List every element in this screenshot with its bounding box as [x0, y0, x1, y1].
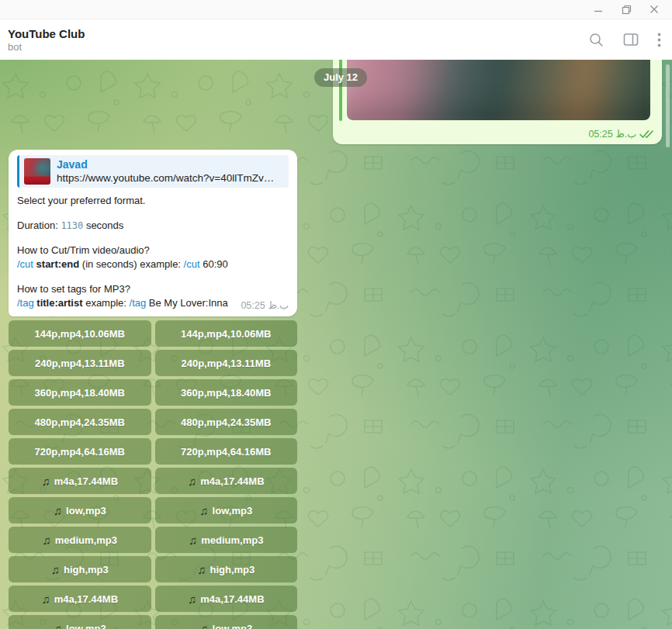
keyboard-button[interactable]: ♫medium,mp3: [155, 527, 298, 553]
keyboard-button-label: 360p,mp4,18.40MB: [181, 387, 271, 399]
keyboard-button[interactable]: 144p,mp4,10.06MB: [155, 320, 298, 347]
close-button[interactable]: [646, 2, 663, 16]
cut-command-link[interactable]: /cut: [17, 258, 33, 270]
keyboard-button[interactable]: 480p,mp4,24.35MB: [9, 409, 151, 435]
music-note-icon: ♫: [199, 623, 208, 629]
keyboard-button-label: 144p,mp4,10.06MB: [181, 328, 271, 340]
music-note-icon: ♫: [189, 534, 197, 546]
keyboard-button-label: medium,mp3: [55, 534, 117, 546]
chat-header[interactable]: YouTube Club bot: [0, 19, 672, 60]
date-badge[interactable]: July 12: [314, 68, 367, 87]
restore-icon: [622, 5, 632, 15]
restore-button[interactable]: [618, 2, 635, 16]
tag-command-link[interactable]: /tag: [130, 297, 147, 309]
keyboard-button[interactable]: ♫medium,mp3: [9, 527, 151, 553]
music-note-icon: ♫: [54, 505, 62, 517]
cut-question: How to Cut/Trim video/audio?: [17, 244, 150, 256]
quote-texts: Javad https://www.youtube.com/watch?v=40…: [57, 157, 289, 185]
sidebar-toggle-icon[interactable]: [623, 33, 639, 47]
close-icon: [649, 5, 659, 14]
scrollbar-thumb[interactable]: [666, 64, 670, 147]
tag-bold: title:artist: [34, 297, 85, 309]
peer-status: bot: [8, 41, 85, 54]
keyboard-button[interactable]: 144p,mp4,10.06MB: [9, 320, 151, 347]
quote-url[interactable]: https://www.youtube.com/watch?v=40llTmZv…: [57, 171, 282, 185]
body-line: How to Cut/Trim video/audio? /cut start:…: [17, 244, 289, 271]
keyboard-button[interactable]: ♫high,mp3: [9, 556, 151, 582]
keyboard-button[interactable]: 480p,mp4,24.35MB: [155, 409, 298, 435]
double-check-icon: [639, 130, 654, 139]
quote-author[interactable]: Javad: [57, 157, 282, 171]
keyboard-button[interactable]: ♫low,mp3: [9, 615, 151, 629]
duration-suffix: seconds: [83, 219, 123, 231]
music-note-icon: ♫: [41, 475, 50, 487]
keyboard-button-label: high,mp3: [64, 564, 109, 575]
keyboard-button[interactable]: ♫high,mp3: [155, 556, 298, 582]
message-meta: 05:25 ب.ظ: [588, 128, 654, 140]
keyboard-button[interactable]: ♫low,mp3: [9, 497, 151, 524]
keyboard-button-label: low,mp3: [213, 505, 253, 517]
keyboard-button-label: m4a,17.44MB: [54, 475, 118, 487]
keyboard-button-label: 144p,mp4,10.06MB: [35, 328, 125, 340]
keyboard-button-label: 480p,mp4,24.35MB: [35, 416, 125, 428]
keyboard-button[interactable]: ♫low,mp3: [155, 497, 298, 524]
keyboard-button[interactable]: ♫m4a,17.44MB: [9, 468, 151, 494]
minimize-button[interactable]: [590, 2, 607, 16]
keyboard-button-label: 720p,mp4,64.16MB: [35, 446, 125, 458]
keyboard-button[interactable]: 720p,mp4,64.16MB: [9, 438, 151, 465]
music-note-icon: ♫: [43, 534, 51, 546]
link-preview-image[interactable]: [347, 60, 650, 120]
music-note-icon: ♫: [197, 564, 206, 575]
cut-text: (in seconds) example:: [82, 258, 184, 270]
music-note-icon: ♫: [199, 505, 208, 517]
message-time: 05:25 ب.ظ: [588, 128, 636, 140]
header-actions: [588, 32, 661, 48]
keyboard-button-label: low,mp3: [213, 623, 253, 629]
cut-bold: start:end: [33, 258, 82, 270]
keyboard-button-label: 360p,mp4,18.40MB: [35, 387, 125, 399]
quote-bar: [17, 155, 19, 188]
music-note-icon: ♫: [188, 593, 196, 605]
keyboard-button[interactable]: 360p,mp4,18.40MB: [155, 379, 298, 406]
bot-message: Javad https://www.youtube.com/watch?v=40…: [9, 150, 297, 316]
keyboard-button-label: m4a,17.44MB: [200, 475, 264, 487]
keyboard-button[interactable]: ♫low,mp3: [155, 615, 298, 629]
inline-keyboard: 144p,mp4,10.06MB144p,mp4,10.06MB240p,mp4…: [9, 320, 297, 629]
music-note-icon: ♫: [188, 475, 196, 487]
body-line: Select your preferred format.: [17, 194, 289, 208]
peer-info[interactable]: YouTube Club bot: [8, 26, 85, 54]
keyboard-button[interactable]: 240p,mp4,13.11MB: [155, 350, 298, 376]
keyboard-button[interactable]: 240p,mp4,13.11MB: [9, 350, 151, 376]
outgoing-message: 05:25 ب.ظ: [333, 60, 662, 144]
keyboard-button[interactable]: ♫m4a,17.44MB: [155, 468, 298, 494]
keyboard-button[interactable]: 720p,mp4,64.16MB: [155, 438, 298, 465]
music-note-icon: ♫: [54, 623, 62, 629]
keyboard-button-label: 480p,mp4,24.35MB: [181, 416, 271, 428]
window-controls: [590, 2, 672, 16]
page-title: YouTube Club: [8, 26, 85, 41]
telegram-window: YouTube Club bot: [0, 0, 672, 629]
tag-text: example:: [85, 297, 129, 309]
reply-quote[interactable]: Javad https://www.youtube.com/watch?v=40…: [17, 155, 289, 188]
keyboard-button-label: 720p,mp4,64.16MB: [181, 446, 271, 458]
quote-thumbnail: [24, 158, 50, 185]
keyboard-button-label: low,mp3: [66, 505, 106, 517]
body-line: Duration: 1130 seconds: [17, 219, 289, 233]
keyboard-button[interactable]: ♫m4a,17.44MB: [9, 586, 151, 612]
duration-value: 1130: [61, 220, 83, 231]
cut-tail: 60:90: [200, 258, 228, 270]
search-icon[interactable]: [588, 32, 604, 48]
message-body: Select your preferred format. Duration: …: [17, 194, 289, 310]
menu-kebab-icon[interactable]: [657, 33, 661, 47]
keyboard-button[interactable]: ♫m4a,17.44MB: [155, 586, 298, 612]
music-note-icon: ♫: [41, 593, 50, 605]
tag-question: How to set tags for MP3?: [17, 283, 130, 295]
keyboard-button[interactable]: 360p,mp4,18.40MB: [9, 379, 151, 406]
tag-command-link[interactable]: /tag: [17, 297, 34, 309]
tag-tail: Be My Lover:Inna: [146, 297, 228, 309]
minimize-icon: [594, 5, 603, 14]
keyboard-button-label: 240p,mp4,13.11MB: [35, 358, 125, 369]
cut-command-link[interactable]: /cut: [184, 258, 200, 270]
chat-area: 05:25 ب.ظ July 12 Javad https://www.yout…: [0, 60, 672, 629]
keyboard-button-label: m4a,17.44MB: [200, 593, 264, 605]
